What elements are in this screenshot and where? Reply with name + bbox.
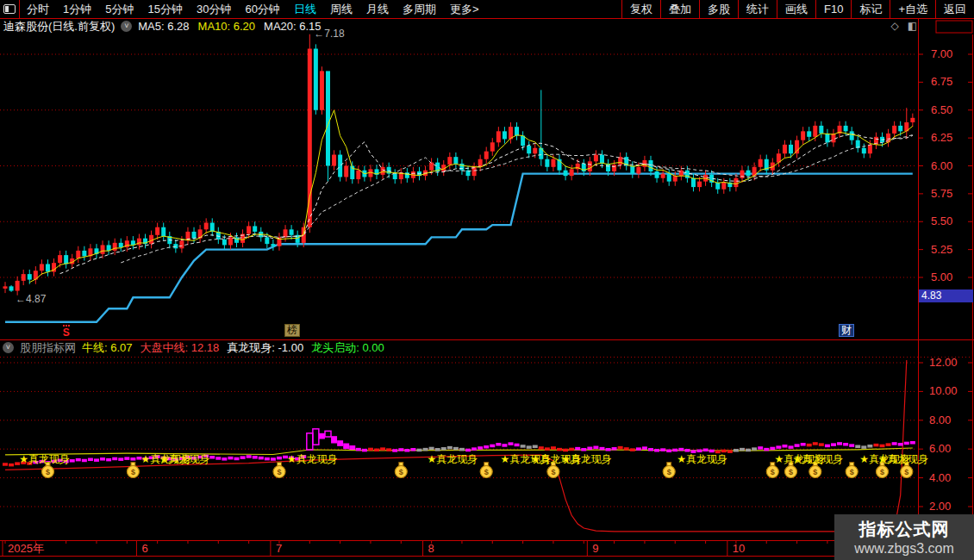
svg-text:5.50: 5.50 [931, 215, 952, 227]
candle [222, 240, 227, 245]
candle [618, 157, 622, 165]
candle [825, 134, 829, 142]
candle [253, 226, 257, 231]
candle [393, 174, 397, 179]
candle [113, 243, 117, 251]
candle [612, 165, 616, 171]
svg-text:7.00: 7.00 [931, 47, 952, 60]
action-button-4[interactable]: 画线 [777, 0, 815, 18]
watermark-title: 指标公式网 [834, 518, 974, 541]
window-split-icon [3, 4, 16, 14]
svg-text:6.00: 6.00 [929, 442, 951, 455]
action-button-6[interactable]: 标记 [851, 0, 890, 18]
candle [356, 171, 360, 179]
period-tab-3[interactable]: 15分钟 [140, 0, 189, 18]
action-button-3[interactable]: 统计 [738, 0, 777, 18]
candle [570, 169, 574, 176]
candle [284, 229, 288, 237]
candle [314, 49, 318, 110]
chart-title-row: 迪森股份(日线.前复权) ˅ MA5: 6.28MA10: 6.20MA20: … [0, 19, 974, 34]
indicator-source-label: 股朋指标网 [20, 340, 76, 356]
candle [64, 255, 68, 264]
svg-text:8.00: 8.00 [929, 414, 951, 426]
svg-text:6.25: 6.25 [931, 131, 952, 144]
collapse-chevron-icon[interactable]: ˅ [121, 21, 132, 32]
window-layout-button[interactable] [0, 0, 20, 18]
candle [795, 140, 799, 154]
candle [429, 163, 434, 171]
period-tab-7[interactable]: 周线 [323, 0, 359, 18]
svg-text:$: $ [813, 468, 817, 476]
candle [3, 286, 8, 289]
period-tab-5[interactable]: 60分钟 [238, 0, 286, 18]
period-tab-2[interactable]: 5分钟 [98, 0, 140, 18]
candle [344, 166, 348, 177]
candle [405, 172, 409, 177]
period-tab-6[interactable]: 日线 [287, 0, 323, 18]
month-label: 7 [276, 542, 282, 555]
svg-text:5.75: 5.75 [931, 187, 952, 200]
candle [801, 131, 805, 140]
candle [813, 126, 817, 137]
candle [40, 264, 44, 271]
period-tab-8[interactable]: 月线 [359, 0, 396, 18]
candle [673, 176, 677, 181]
candle [192, 232, 197, 239]
dragon-spike-bar [343, 444, 349, 450]
candle [22, 274, 26, 281]
candle [210, 223, 215, 232]
svg-text:$: $ [46, 468, 50, 476]
candle [247, 226, 251, 233]
candle [271, 244, 275, 246]
layout-icon[interactable]: ◧ [908, 20, 917, 32]
action-button-7[interactable]: +自选 [890, 0, 935, 18]
candle [484, 152, 489, 159]
period-tab-1[interactable]: 1分钟 [56, 0, 98, 18]
candle [721, 183, 726, 190]
period-tab-4[interactable]: 30分钟 [190, 0, 238, 18]
candle [58, 255, 62, 263]
dragon-spike-bar [337, 440, 343, 446]
period-tab-0[interactable]: 分时 [20, 0, 56, 18]
candle [490, 142, 495, 151]
candle [137, 239, 141, 246]
candle [551, 159, 555, 167]
candle [807, 131, 811, 136]
svg-text:$: $ [880, 468, 884, 476]
svg-text:$: $ [667, 468, 671, 476]
candle [527, 146, 531, 153]
candle [789, 145, 793, 153]
indicator-collapse-icon[interactable]: ˅ [3, 342, 14, 353]
period-tab-9[interactable]: 多周期 [396, 0, 443, 18]
candle [179, 240, 184, 248]
candle [338, 155, 342, 177]
action-button-0[interactable]: 复权 [621, 0, 660, 18]
action-button-5[interactable]: F10 [815, 0, 851, 18]
candle [898, 126, 902, 131]
svg-text:5.25: 5.25 [931, 243, 952, 256]
period-tab-10[interactable]: 更多> [443, 0, 486, 18]
candle [119, 243, 123, 247]
svg-text:4.00: 4.00 [929, 471, 951, 484]
action-button-2[interactable]: 多股 [699, 0, 738, 18]
svg-text:$: $ [399, 468, 403, 476]
action-button-8[interactable]: 返回 [935, 0, 974, 18]
chart-canvas[interactable]: 7.006.756.506.256.005.755.505.255.0012.0… [0, 0, 974, 560]
action-button-1[interactable]: 叠加 [660, 0, 699, 18]
candle [630, 166, 634, 174]
candle [868, 145, 872, 153]
svg-text:6.75: 6.75 [931, 75, 952, 88]
candle [564, 171, 568, 176]
diamond-marker-icon[interactable]: ◇ [890, 20, 898, 32]
svg-text:$: $ [277, 468, 281, 476]
svg-text:5.00: 5.00 [931, 271, 952, 283]
candle [594, 155, 598, 162]
candle [332, 155, 336, 166]
candle [600, 155, 604, 164]
candle [161, 227, 165, 236]
candle [155, 227, 159, 235]
indicator-value-3: 龙头启动: 0.00 [311, 340, 384, 356]
candle [850, 131, 854, 140]
candle [655, 171, 659, 178]
svg-text:2.00: 2.00 [929, 500, 951, 513]
